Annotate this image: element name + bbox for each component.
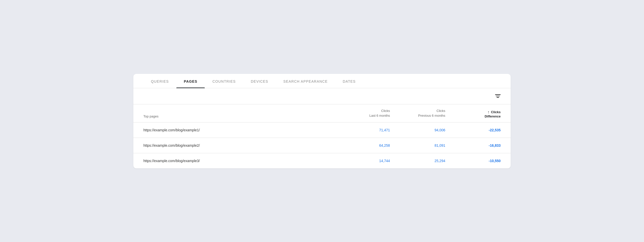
page-url[interactable]: https://example.com/blog/example1/ — [143, 128, 340, 132]
tab-bar: QUERIES PAGES COUNTRIES DEVICES SEARCH A… — [133, 74, 511, 88]
tab-countries[interactable]: COUNTRIES — [205, 74, 243, 88]
clicks-prev-line1: Clicks — [436, 108, 445, 113]
tab-dates[interactable]: DATES — [335, 74, 363, 88]
table-row: https://example.com/blog/example1/ 71,47… — [133, 123, 511, 138]
page-url[interactable]: https://example.com/blog/example3/ — [143, 159, 340, 163]
diff-label-difference: Difference — [485, 114, 501, 118]
clicks-prev-value: 81,091 — [390, 143, 445, 147]
diff-label-clicks: Clicks — [491, 110, 501, 114]
table-row: https://example.com/blog/example3/ 14,74… — [133, 153, 511, 168]
main-card: QUERIES PAGES COUNTRIES DEVICES SEARCH A… — [133, 74, 511, 168]
tab-search-appearance[interactable]: SEARCH APPEARANCE — [276, 74, 335, 88]
filter-row — [133, 88, 511, 104]
tab-devices[interactable]: DEVICES — [243, 74, 276, 88]
data-table: Top pages Clicks Last 6 months Clicks Pr… — [133, 104, 511, 168]
col-header-pages: Top pages — [143, 114, 340, 118]
diff-value: -10,550 — [445, 159, 501, 163]
clicks-last-value: 14,744 — [340, 159, 390, 163]
page-url[interactable]: https://example.com/blog/example2/ — [143, 143, 340, 147]
clicks-last-value: 64,258 — [340, 143, 390, 147]
clicks-prev-value: 25,294 — [390, 159, 445, 163]
diff-header-top: ↑ Clicks — [488, 110, 501, 114]
table-header: Top pages Clicks Last 6 months Clicks Pr… — [133, 104, 511, 123]
filter-line-2 — [496, 96, 500, 97]
diff-value: -22,535 — [445, 128, 501, 132]
tab-queries[interactable]: QUERIES — [143, 74, 176, 88]
clicks-last-value: 71,471 — [340, 128, 390, 132]
table-row: https://example.com/blog/example2/ 64,25… — [133, 138, 511, 153]
sort-arrow-icon: ↑ — [488, 110, 490, 114]
clicks-last-line2: Last 6 months — [369, 113, 390, 118]
col-header-clicks-prev: Clicks Previous 6 months — [390, 108, 445, 118]
clicks-last-line1: Clicks — [381, 108, 390, 113]
clicks-prev-value: 94,006 — [390, 128, 445, 132]
diff-value: -16,833 — [445, 143, 501, 147]
tab-pages[interactable]: PAGES — [176, 74, 205, 88]
col-header-clicks-last: Clicks Last 6 months — [340, 108, 390, 118]
filter-line-3 — [497, 97, 499, 98]
col-header-diff: ↑ Clicks Difference — [445, 110, 501, 118]
filter-icon[interactable] — [495, 94, 501, 98]
filter-line-1 — [495, 94, 501, 95]
clicks-prev-line2: Previous 6 months — [418, 113, 445, 118]
